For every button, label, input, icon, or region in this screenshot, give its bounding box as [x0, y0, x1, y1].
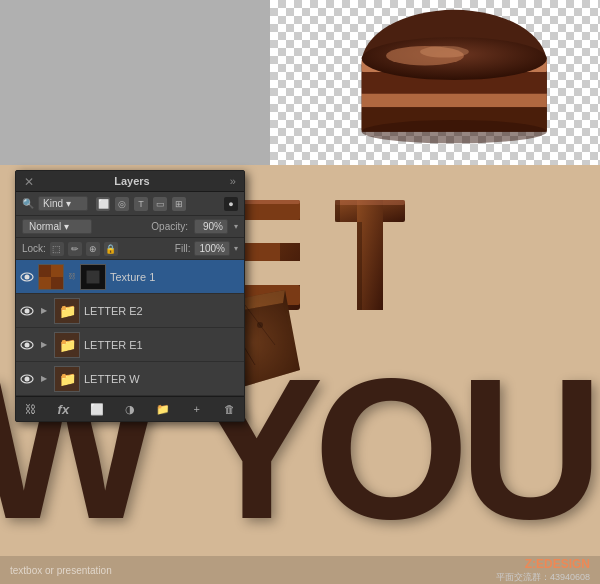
- svg-point-31: [25, 274, 30, 279]
- panel-lock-row: Lock: ⬚ ✏ ⊕ 🔒 Fill: 100%: [16, 238, 244, 260]
- layer-name-letter-e1: LETTER E1: [84, 339, 240, 351]
- new-group-button[interactable]: 📁: [155, 401, 171, 417]
- watermark-left-text: textbox or presentation: [10, 565, 112, 576]
- panel-close-button[interactable]: ✕: [24, 176, 34, 186]
- layer-expand-letter-w[interactable]: ▶: [38, 373, 50, 385]
- filter-pixel-icon[interactable]: ⬜: [96, 197, 110, 211]
- lock-label: Lock:: [22, 243, 46, 254]
- lock-icons-group: ⬚ ✏ ⊕ 🔒: [50, 242, 118, 256]
- panel-blend-row: Normal Opacity: 90%: [16, 216, 244, 238]
- layer-expand-letter-e2[interactable]: ▶: [38, 305, 50, 317]
- filter-toggle-button[interactable]: ●: [224, 197, 238, 211]
- layer-name-letter-w: LETTER W: [84, 373, 240, 385]
- delete-layer-button[interactable]: 🗑: [222, 401, 238, 417]
- layer-chain-icon: ⛓: [68, 270, 76, 284]
- add-mask-button[interactable]: ⬜: [89, 401, 105, 417]
- opacity-value-text: 90%: [203, 221, 223, 232]
- filter-icons-group: ⬜ ◎ T ▭ ⊞: [96, 197, 186, 211]
- fill-chevron-icon: [234, 244, 238, 253]
- panel-titlebar: ✕ Layers »: [16, 171, 244, 192]
- letter-you-large: YOU: [190, 349, 593, 549]
- new-layer-button[interactable]: +: [189, 401, 205, 417]
- layer-folder-thumbnail-w: 📁: [54, 366, 80, 392]
- blend-mode-dropdown[interactable]: Normal: [22, 219, 92, 234]
- svg-rect-15: [245, 261, 300, 285]
- svg-rect-20: [335, 200, 405, 205]
- layer-folder-thumbnail-e2: 📁: [54, 298, 80, 324]
- folder-icon-w: 📁: [59, 371, 76, 387]
- svg-rect-34: [51, 277, 63, 289]
- layer-visibility-letter-w[interactable]: [20, 372, 34, 386]
- svg-point-9: [362, 120, 547, 143]
- panel-title: Layers: [114, 175, 149, 187]
- fx-button[interactable]: fx: [55, 401, 71, 417]
- opacity-label: Opacity:: [151, 221, 188, 232]
- layer-thumbnail-texture1: [38, 264, 64, 290]
- layer-name-letter-e2: LETTER E2: [84, 305, 240, 317]
- svg-rect-33: [39, 265, 51, 277]
- svg-rect-22: [357, 222, 362, 310]
- search-icon: 🔍: [22, 198, 34, 209]
- layer-row-texture1[interactable]: ⛓ Texture 1: [16, 260, 244, 294]
- panel-search-row: 🔍 Kind ⬜ ◎ T ▭ ⊞ ●: [16, 192, 244, 216]
- fill-value-text: 100%: [199, 243, 225, 254]
- layer-name-texture1: Texture 1: [110, 271, 240, 283]
- layers-panel: ✕ Layers » 🔍 Kind ⬜ ◎ T ▭ ⊞ ● Normal Opa…: [15, 170, 245, 422]
- watermark-sub-text: 平面交流群：43940608: [496, 571, 590, 584]
- opacity-input[interactable]: 90%: [194, 219, 228, 234]
- layer-row-letter-e2[interactable]: ▶ 📁 LETTER E2: [16, 294, 244, 328]
- kind-dropdown[interactable]: Kind: [38, 196, 88, 211]
- svg-rect-4: [362, 94, 547, 108]
- kind-chevron-icon: [66, 198, 71, 209]
- blend-mode-chevron-icon: [64, 221, 69, 232]
- fill-input[interactable]: 100%: [194, 241, 230, 256]
- panel-bottom-toolbar: ⛓ fx ⬜ ◑ 📁 + 🗑: [16, 396, 244, 421]
- svg-rect-36: [87, 270, 100, 283]
- layer-visibility-letter-e1[interactable]: [20, 338, 34, 352]
- panel-expand-arrows[interactable]: »: [230, 175, 236, 187]
- svg-point-40: [25, 342, 30, 347]
- layer-expand-letter-e1[interactable]: ▶: [38, 339, 50, 351]
- folder-icon-e2: 📁: [59, 303, 76, 319]
- blend-mode-value: Normal: [29, 221, 61, 232]
- svg-point-29: [257, 322, 263, 328]
- svg-point-8: [420, 46, 469, 58]
- layer-visibility-texture1[interactable]: [20, 270, 34, 284]
- kind-label: Kind: [43, 198, 63, 209]
- filter-adjust-icon[interactable]: ◎: [115, 197, 129, 211]
- svg-rect-21: [335, 200, 340, 222]
- letter-t-3d: [330, 195, 410, 315]
- lock-position-icon[interactable]: ✏: [68, 242, 82, 256]
- svg-point-38: [25, 308, 30, 313]
- link-layers-button[interactable]: ⛓: [22, 401, 38, 417]
- filter-shape-icon[interactable]: ▭: [153, 197, 167, 211]
- layer-row-letter-w[interactable]: ▶ 📁 LETTER W: [16, 362, 244, 396]
- svg-point-42: [25, 376, 30, 381]
- layer-mask-thumbnail-texture1: [80, 264, 106, 290]
- adjustment-button[interactable]: ◑: [122, 401, 138, 417]
- layer-folder-thumbnail-e1: 📁: [54, 332, 80, 358]
- watermark-bar: textbox or presentation Z:EDESIGN 平面交流群：…: [0, 556, 600, 584]
- layer-visibility-letter-e2[interactable]: [20, 304, 34, 318]
- filter-toggle-icon: ●: [228, 199, 233, 209]
- canvas-grey-area: [0, 0, 270, 165]
- svg-rect-14: [245, 220, 300, 243]
- filter-smart-icon[interactable]: ⊞: [172, 197, 186, 211]
- lock-artboards-icon[interactable]: ⊕: [86, 242, 100, 256]
- layer-row-letter-e1[interactable]: ▶ 📁 LETTER E1: [16, 328, 244, 362]
- folder-icon-e1: 📁: [59, 337, 76, 353]
- fill-label: Fill:: [175, 243, 191, 254]
- watermark-right-text: Z:EDESIGN: [525, 557, 590, 571]
- filter-type-icon[interactable]: T: [134, 197, 148, 211]
- lock-all-icon[interactable]: 🔒: [104, 242, 118, 256]
- lock-pixels-icon[interactable]: ⬚: [50, 242, 64, 256]
- opacity-chevron-icon: [234, 222, 238, 231]
